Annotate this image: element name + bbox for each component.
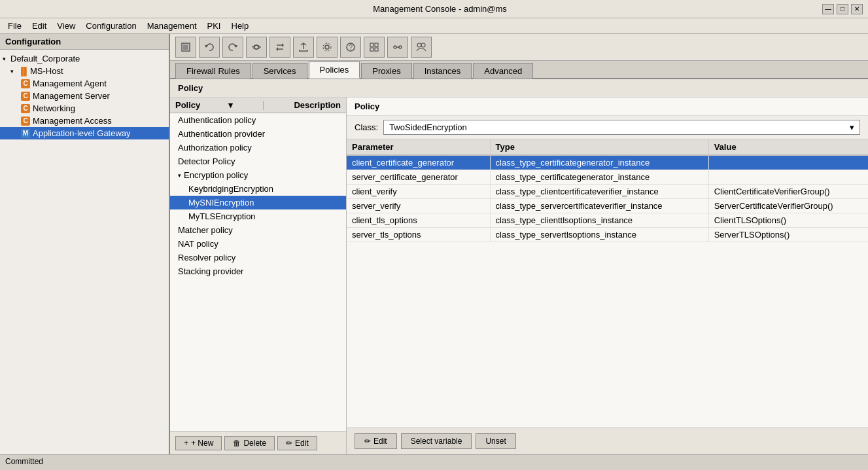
tab-firewall-rules[interactable]: Firewall Rules [175,63,251,79]
tab-advanced[interactable]: Advanced [473,63,533,79]
svg-rect-13 [370,48,373,51]
sidebar-item-management-access[interactable]: C Management Access [0,115,169,127]
policy-item-detector-policy[interactable]: Detector Policy [170,154,346,168]
policy-item-nat-policy[interactable]: NAT policy [170,237,346,251]
svg-marker-6 [276,47,278,51]
c-icon: C [21,79,30,88]
status-text: Committed [5,457,43,466]
tab-proxies[interactable]: Proxies [361,63,411,79]
policy-list-pane: Policy ▾ Description Authentication poli… [170,98,347,454]
redo-button[interactable] [222,37,243,58]
delete-button[interactable]: 🗑 Delete [224,436,275,450]
policy-item-authentication-policy[interactable]: Authentication policy [170,113,346,127]
sidebar-item-label: Management Access [33,116,112,126]
undo-button[interactable] [199,37,220,58]
view-button[interactable] [246,37,267,58]
class-select[interactable]: TwoSidedEncryption ▾ [383,120,860,135]
minimize-button[interactable]: — [822,4,834,14]
cell-parameter: client_verify [347,185,490,199]
policy-item-stacking-provider[interactable]: Stacking provider [170,264,346,278]
detail-pane: Policy Class: TwoSidedEncryption ▾ Par [347,98,868,454]
grid-button[interactable] [364,37,385,58]
cell-type: class_type_certificategenerator_instance [490,170,708,185]
cell-parameter: server_tls_options [347,228,490,242]
tab-services[interactable]: Services [252,63,307,79]
detail-edit-button[interactable]: ✏ Edit [355,433,397,449]
settings-button[interactable] [317,37,338,58]
menubar-item-edit[interactable]: Edit [27,20,52,32]
back-button[interactable] [175,37,196,58]
sidebar-item-default-corporate[interactable]: ▾ Default_Corporate [0,52,169,65]
tab-policies[interactable]: Policies [309,62,360,79]
dropdown-icon: ▾ [228,100,233,110]
menubar-item-help[interactable]: Help [226,20,254,32]
policy-panel: Policy Policy ▾ Description Authenticati… [170,79,868,454]
menubar-item-view[interactable]: View [52,20,80,32]
sidebar-item-management-agent[interactable]: C Management Agent [0,77,169,90]
unset-button[interactable]: Unset [476,433,515,449]
svg-point-16 [399,46,402,48]
trash-icon: 🗑 [233,439,241,448]
policy-item-mytls-encryption[interactable]: MyTLSEncryption [170,209,346,223]
menubar: FileEditViewConfigurationManagementPKIHe… [0,18,868,34]
policy-list-header: Policy ▾ Description [170,98,346,113]
svg-rect-1 [183,45,188,50]
c-icon: C [21,117,30,126]
maximize-button[interactable]: □ [837,4,848,14]
sidebar-item-label: Application-level Gateway [33,128,131,138]
chevron-down-icon: ▾ [178,172,181,179]
policy-list-actions: + + New 🗑 Delete ✏ Edit [170,431,346,454]
policy-item-matcher-policy[interactable]: Matcher policy [170,223,346,237]
transfer-button[interactable] [269,37,290,58]
content-area: ? Firewall Rules Services Policies Proxi… [170,34,868,454]
sidebar-item-networking[interactable]: C Networking [0,102,169,115]
table-row[interactable]: server_verifyclass_type_servercertificat… [347,199,868,213]
menubar-item-management[interactable]: Management [142,20,202,32]
cell-value: ServerCertificateVerifierGroup() [708,199,868,213]
table-row[interactable]: server_certificate_generatorclass_type_c… [347,170,868,185]
policy-item-authentication-provider[interactable]: Authentication provider [170,127,346,141]
cell-parameter: client_tls_options [347,213,490,228]
chevron-down-icon: ▾ [3,56,9,62]
svg-point-15 [394,46,396,48]
policy-list-desc-label: Description [294,100,341,110]
edit-button[interactable]: ✏ Edit [277,436,317,450]
table-row[interactable]: client_verifyclass_type_clientcertificat… [347,185,868,199]
select-variable-label: Select variable [411,437,462,446]
sidebar-header: Configuration [0,34,169,50]
sidebar-item-management-server[interactable]: C Management Server [0,90,169,102]
table-row[interactable]: client_tls_optionsclass_type_clienttlsop… [347,213,868,228]
policy-item-encryption-policy[interactable]: ▾ Encryption policy [170,168,346,182]
sidebar-item-application-level-gateway[interactable]: M Application-level Gateway [0,127,169,139]
cell-type: class_type_certificategenerator_instance [490,155,708,170]
menubar-item-configuration[interactable]: Configuration [80,20,141,32]
select-variable-button[interactable]: Select variable [401,433,472,449]
connect-button[interactable] [387,37,408,58]
sidebar-item-label: Management Server [33,91,110,101]
users-button[interactable] [411,37,432,58]
sidebar-item-ms-host[interactable]: ▾ ▐▌ MS-Host [0,65,169,77]
plus-icon: + [184,439,188,448]
policy-item-resolver-policy[interactable]: Resolver policy [170,251,346,264]
new-button[interactable]: + + New [175,436,222,450]
detail-actions: ✏ Edit Select variable Unset [347,427,868,454]
sidebar-tree: ▾ Default_Corporate ▾ ▐▌ MS-Host C Manag… [0,50,169,454]
menubar-item-file[interactable]: File [3,20,27,32]
pencil-icon: ✏ [286,439,292,448]
close-button[interactable]: ✕ [851,4,863,14]
policy-item-mysni-encryption[interactable]: MySNIEncryption [170,196,346,209]
titlebar-title: Management Console - admin@ms [58,4,822,14]
titlebar-controls[interactable]: — □ ✕ [822,4,863,14]
policy-item-keybridging-encryption[interactable]: KeybridgingEncryption [170,182,346,196]
class-label: Class: [355,122,378,132]
sidebar-item-label: MS-Host [30,66,63,76]
table-row[interactable]: server_tls_optionsclass_type_servertlsop… [347,228,868,242]
menubar-item-pki[interactable]: PKI [202,20,226,32]
cell-parameter: server_verify [347,199,490,213]
upload-button[interactable] [293,37,314,58]
help-button[interactable]: ? [340,37,361,58]
tab-instances[interactable]: Instances [413,63,472,79]
policy-item-authorization-policy[interactable]: Authorization policy [170,141,346,154]
table-row[interactable]: client_certificate_generatorclass_type_c… [347,155,868,170]
policy-list-header-label: Policy [175,100,200,110]
